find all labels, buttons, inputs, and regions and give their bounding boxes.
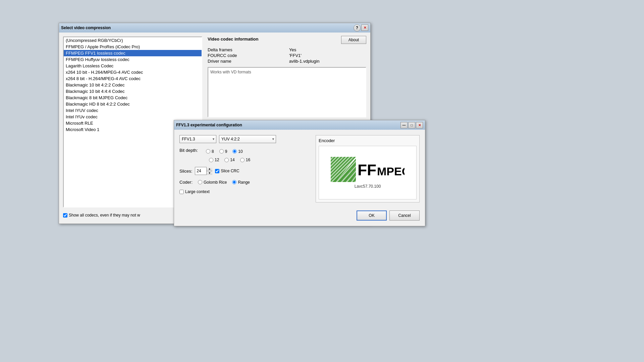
main-dialog-titlebar-buttons: ? ✕ xyxy=(354,24,368,32)
bit-depth-10-text: 10 xyxy=(238,149,243,154)
bit-depth-12-text: 12 xyxy=(215,158,219,162)
config-close-button[interactable]: ✕ xyxy=(416,122,423,128)
bit-depth-top-row: 8 9 10 xyxy=(206,149,243,154)
coder-golomb-radio[interactable] xyxy=(198,180,202,184)
codec-list-item[interactable]: Intel IYUv codec xyxy=(64,114,202,120)
coder-golomb-text: Golomb Rice xyxy=(204,180,227,185)
config-dialog-body: FFV1.3 YUV 4:2:2 Bit depth: 8 xyxy=(174,130,425,208)
config-minimize-button[interactable]: — xyxy=(400,122,408,128)
bit-depth-10-radio[interactable] xyxy=(232,149,237,154)
description-box: Works with VD formats xyxy=(208,67,366,117)
version-dropdown-wrapper: FFV1.3 xyxy=(179,135,216,143)
show-codecs-label: Show all codecs, even if they may not w xyxy=(69,213,140,218)
fourcc-label: FOURCC code xyxy=(208,53,284,58)
slices-row: Slices: ▲ ▼ Slice CRC xyxy=(179,167,310,175)
encoder-panel: Encoder xyxy=(316,135,420,202)
codec-info-title-text: Video codec information xyxy=(208,37,258,42)
bit-depth-10-label: 10 xyxy=(232,149,243,154)
bit-depth-8-radio[interactable] xyxy=(206,149,210,154)
main-dialog-close-button[interactable]: ✕ xyxy=(361,24,368,31)
delta-frames-label: Delta frames xyxy=(208,47,284,52)
show-codecs-checkbox[interactable] xyxy=(63,213,67,218)
slices-spinner-wrapper: ▲ ▼ xyxy=(195,167,212,175)
config-dialog-footer: OK Cancel xyxy=(174,208,425,226)
bit-depth-8-label: 8 xyxy=(206,149,214,154)
codec-list-item[interactable]: FFMPEG Huffyuv lossless codec xyxy=(64,56,202,63)
codec-list-item[interactable]: Blackmagic 8 bit MJPEG Codec xyxy=(64,95,202,101)
slices-spin-down[interactable]: ▼ xyxy=(207,171,212,175)
svg-text:MPEG: MPEG xyxy=(377,165,405,178)
bit-depth-14-label: 14 xyxy=(224,158,234,162)
large-context-row: Large context xyxy=(179,189,310,194)
encoder-label: Encoder xyxy=(319,138,417,143)
bit-depth-9-text: 9 xyxy=(225,149,227,154)
config-dialog: FFV1.3 experimental configuration — □ ✕ … xyxy=(174,120,425,226)
large-context-checkbox[interactable] xyxy=(179,190,184,194)
bit-depth-section: Bit depth: 8 9 10 xyxy=(179,148,310,162)
slices-label: Slices: xyxy=(179,169,192,174)
codec-list-item[interactable]: x264 8 bit - H.264/MPEG-4 AVC codec xyxy=(64,75,202,82)
info-row: Video codec information About xyxy=(208,37,366,44)
driver-label: Driver name xyxy=(208,59,284,64)
coder-range-label: Range xyxy=(232,180,250,185)
config-left-panel: FFV1.3 YUV 4:2:2 Bit depth: 8 xyxy=(179,135,310,202)
format-dropdown-wrapper: YUV 4:2:2 xyxy=(219,135,276,143)
bit-depth-9-label: 9 xyxy=(219,149,227,154)
slice-crc-text: Slice CRC xyxy=(221,169,239,173)
bit-depth-12-radio[interactable] xyxy=(209,158,213,162)
codec-list-item[interactable]: (Uncompressed RGB/YCbCr) xyxy=(64,37,202,44)
main-dialog-titlebar[interactable]: Select video compression ? ✕ xyxy=(59,23,370,33)
bit-depth-16-label: 16 xyxy=(240,158,250,162)
bit-depth-12-label: 12 xyxy=(209,158,219,162)
coder-label: Coder: xyxy=(179,180,193,185)
description-text: Works with VD formats xyxy=(210,70,251,74)
slice-crc-checkbox[interactable] xyxy=(215,169,219,173)
slices-spin-buttons: ▲ ▼ xyxy=(206,167,212,175)
config-right-panel: Encoder xyxy=(316,135,420,202)
config-maximize-button[interactable]: □ xyxy=(408,122,415,128)
slices-spin-up[interactable]: ▲ xyxy=(207,167,212,171)
coder-golomb-label: Golomb Rice xyxy=(198,180,227,185)
config-dialog-titlebar-buttons: — □ ✕ xyxy=(400,122,423,128)
codec-list-item[interactable]: Intel IYUV codec xyxy=(64,107,202,114)
bit-depth-bottom-row: 12 14 16 xyxy=(209,158,250,162)
show-codecs-checkbox-label: Show all codecs, even if they may not w xyxy=(63,213,140,218)
bit-depth-16-text: 16 xyxy=(246,158,250,162)
bit-depth-8-text: 8 xyxy=(212,149,214,154)
main-dialog-title: Select video compression xyxy=(61,25,111,30)
large-context-text: Large context xyxy=(185,189,210,194)
large-context-checkbox-label: Large context xyxy=(179,189,210,194)
codec-list-item[interactable]: Lagarith Lossless Codec xyxy=(64,63,202,69)
bit-depth-14-radio[interactable] xyxy=(224,158,229,162)
coder-section: Coder: Golomb Rice Range xyxy=(179,180,310,185)
coder-range-text: Range xyxy=(238,180,250,185)
fourcc-value: 'FFV1' xyxy=(289,53,366,58)
version-dropdown[interactable]: FFV1.3 xyxy=(179,135,216,143)
codec-list-item[interactable]: Blackmagic 10 bit 4:2:2 Codec xyxy=(64,82,202,88)
codec-list-item[interactable]: FFMPEG FFV1 lossless codec xyxy=(64,50,202,56)
bit-depth-label: Bit depth: xyxy=(179,148,198,153)
slice-crc-label: Slice CRC xyxy=(215,169,239,173)
codec-info-title: Video codec information xyxy=(208,37,258,42)
encoder-logo-area: FF MPEG Lavc57.70.100 xyxy=(319,146,417,199)
codec-list-item[interactable]: Blackmagic HD 8 bit 4:2:2 Codec xyxy=(64,101,202,107)
driver-value: avlib-1.vdplugin xyxy=(289,59,366,64)
coder-range-radio[interactable] xyxy=(232,180,236,184)
ffmpeg-logo-svg: FF MPEG xyxy=(331,157,405,182)
about-button[interactable]: About xyxy=(341,36,366,44)
delta-frames-value: Yes xyxy=(289,47,366,52)
config-dialog-titlebar[interactable]: FFV1.3 experimental configuration — □ ✕ xyxy=(174,120,425,130)
codec-list-item[interactable]: FFMPEG / Apple ProRes (iCodec Pro) xyxy=(64,44,202,50)
ok-button[interactable]: OK xyxy=(357,210,387,221)
codec-info-grid: Delta frames Yes FOURCC code 'FFV1' Driv… xyxy=(208,47,366,64)
bit-depth-16-radio[interactable] xyxy=(240,158,245,162)
bit-depth-9-radio[interactable] xyxy=(219,149,224,154)
codec-list-item[interactable]: Blackmagic 10 bit 4:4:4 Codec xyxy=(64,88,202,95)
cancel-button[interactable]: Cancel xyxy=(389,210,420,221)
help-button[interactable]: ? xyxy=(354,24,361,32)
top-dropdowns-row: FFV1.3 YUV 4:2:2 xyxy=(179,135,310,143)
config-dialog-title: FFV1.3 experimental configuration xyxy=(176,123,242,127)
codec-list-item[interactable]: x264 10 bit - H.264/MPEG-4 AVC codec xyxy=(64,69,202,75)
bit-depth-14-text: 14 xyxy=(230,158,234,162)
format-dropdown[interactable]: YUV 4:2:2 xyxy=(219,135,276,143)
